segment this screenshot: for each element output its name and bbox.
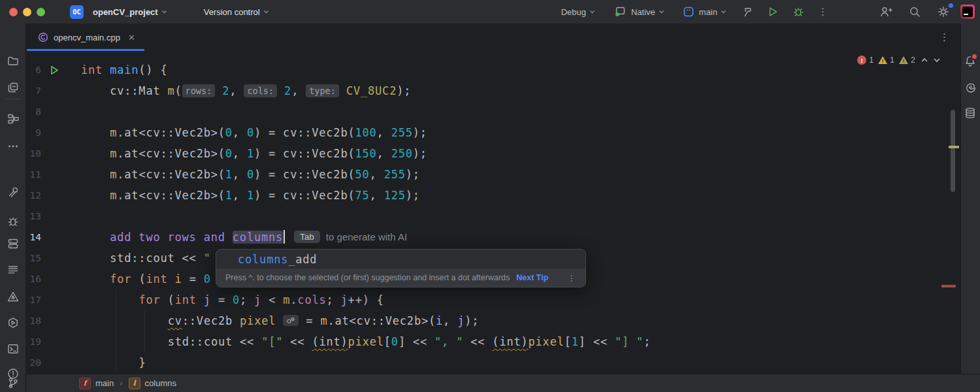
scrollbar-thumb[interactable] (951, 110, 955, 192)
code-line[interactable]: 18cv::Vec2b pixel = m.at<cv::Vec2b>(i, j… (27, 310, 960, 331)
code-text[interactable]: m.at<cv::Vec2b>(0, 1) = cv::Vec2b(150, 2… (71, 143, 427, 164)
strip-divider (5, 99, 21, 99)
close-tab-icon[interactable]: ✕ (128, 33, 135, 42)
zoom-window-button[interactable] (37, 8, 45, 16)
debug-mode-selector[interactable]: Debug (557, 5, 599, 20)
code-line[interactable]: 20} (27, 352, 960, 373)
debug-button[interactable] (788, 3, 809, 21)
code-line[interactable]: 17for (int j = 0; j < m.cols; j++) { (27, 289, 960, 310)
terminal-icon[interactable] (7, 342, 20, 355)
pliers-icon[interactable] (7, 186, 20, 199)
code-line[interactable]: 9m.at<cv::Vec2b>(0, 0) = cv::Vec2b(100, … (27, 122, 960, 143)
ide-app-icon[interactable] (960, 5, 975, 19)
code-text[interactable]: } (71, 352, 146, 373)
code-text[interactable]: int main() { (71, 59, 167, 80)
breadcrumb-label: main (95, 378, 114, 388)
target-selector[interactable]: Native (610, 3, 668, 21)
more-actions-button[interactable]: ⋮ (814, 3, 832, 20)
code-line[interactable]: 11m.at<cv::Vec2b>(1, 0) = cv::Vec2b(50, … (27, 164, 960, 185)
line-number[interactable]: 20 (27, 357, 41, 368)
line-number[interactable]: 19 (27, 336, 41, 347)
code-text[interactable]: std::cout << "[" << (int)pixel[0] << ", … (71, 331, 651, 352)
notifications-bell-icon[interactable] (964, 54, 977, 67)
code-line[interactable]: 19std::cout << "[" << (int)pixel[0] << "… (27, 331, 960, 352)
code-text[interactable]: add two rows and columnsTabto generate w… (71, 227, 407, 248)
more-vertical-icon: ⋮ (818, 6, 828, 18)
services-icon[interactable] (7, 316, 20, 329)
popup-more-icon[interactable]: ⋮ (568, 273, 577, 283)
tab-options-icon[interactable]: ⋮ (939, 31, 950, 43)
line-number[interactable]: 10 (27, 148, 41, 159)
scrollbar-warning-mark[interactable] (949, 146, 959, 148)
run-line-icon[interactable] (41, 65, 71, 75)
search-everywhere-button[interactable] (904, 3, 925, 21)
more-horizontal-icon[interactable] (7, 140, 20, 153)
database-icon[interactable] (964, 106, 977, 120)
line-number[interactable]: 11 (27, 169, 41, 180)
code-text[interactable]: cv::Vec2b pixel = m.at<cv::Vec2b>(i, j); (71, 310, 479, 331)
structure-icon[interactable] (7, 112, 20, 125)
inspections-icon[interactable] (7, 290, 20, 303)
line-number[interactable]: 15 (27, 253, 41, 263)
settings-button[interactable] (933, 3, 954, 21)
code-line[interactable]: 7cv::Mat m(rows: 2, cols: 2, type: CV_8U… (27, 80, 960, 101)
code-text[interactable]: m.at<cv::Vec2b>(1, 0) = cv::Vec2b(50, 25… (71, 164, 420, 185)
minimize-window-button[interactable] (23, 8, 31, 16)
project-folder-icon[interactable] (7, 54, 20, 67)
previous-highlight-icon[interactable] (921, 58, 928, 62)
code-text[interactable]: cv::Mat m(rows: 2, cols: 2, type: CV_8UC… (71, 80, 411, 101)
tab-opencv-main-cpp[interactable]: opencv_main.cpp ✕ (27, 24, 144, 51)
code-editor[interactable]: 6int main() {7cv::Mat m(rows: 2, cols: 2… (27, 51, 960, 374)
title-bar: OC openCV_project Version control Debug … (0, 0, 980, 24)
ai-assistant-icon[interactable] (964, 80, 977, 93)
code-text[interactable]: m.at<cv::Vec2b>(1, 1) = cv::Vec2b(75, 12… (71, 185, 420, 206)
line-number[interactable]: 8 (27, 106, 41, 117)
vcs-label: Version control (204, 7, 260, 17)
breadcrumb-function[interactable]: f main (79, 378, 114, 389)
todo-icon[interactable] (7, 263, 20, 276)
code-line[interactable]: 14add two rows and columnsTabto generate… (27, 227, 960, 248)
code-text[interactable]: m.at<cv::Vec2b>(0, 0) = cv::Vec2b(100, 2… (71, 122, 427, 143)
copy-squares-icon[interactable] (7, 81, 20, 94)
run-button[interactable] (763, 3, 783, 20)
build-button[interactable] (737, 3, 758, 21)
next-tip-link[interactable]: Next Tip (516, 273, 548, 282)
code-text[interactable]: for (int i = 0 (71, 269, 211, 289)
inspections-widget[interactable]: ! 1 ! 1 ! 2 (853, 54, 944, 66)
line-number[interactable]: 18 (27, 316, 41, 326)
code-line[interactable]: 8 (27, 101, 960, 122)
scrollbar-error-mark[interactable] (941, 285, 956, 287)
line-number[interactable]: 7 (27, 86, 41, 96)
run-configuration-selector[interactable]: main (679, 3, 730, 20)
version-control-menu[interactable]: Version control (195, 5, 273, 20)
suggestion-rest-text: _add (288, 253, 317, 266)
code-with-me-button[interactable] (875, 3, 896, 21)
code-text[interactable]: std::cout << " (71, 248, 211, 269)
close-window-button[interactable] (9, 8, 18, 16)
chevron-down-icon (161, 10, 167, 14)
line-number[interactable]: 17 (27, 295, 41, 305)
git-icon[interactable] (7, 376, 20, 389)
debug-tool-icon[interactable] (7, 215, 20, 228)
code-line[interactable]: 13 (27, 206, 960, 227)
editor-tab-bar: opencv_main.cpp ✕ ⋮ (27, 24, 960, 51)
line-number[interactable]: 6 (27, 65, 41, 75)
completion-suggestion[interactable]: columns_add (216, 250, 585, 269)
text-caret (284, 230, 285, 244)
line-number[interactable]: 12 (27, 190, 41, 201)
chevron-down-icon (721, 10, 727, 14)
breadcrumb-variable[interactable]: l columns (129, 378, 176, 389)
cpp-file-icon (38, 32, 48, 42)
line-number[interactable]: 13 (27, 211, 41, 221)
code-text[interactable]: for (int j = 0; j < m.cols; j++) { (71, 289, 384, 310)
code-line[interactable]: 12m.at<cv::Vec2b>(1, 1) = cv::Vec2b(75, … (27, 185, 960, 206)
code-line[interactable]: 10m.at<cv::Vec2b>(0, 1) = cv::Vec2b(150,… (27, 143, 960, 164)
line-number[interactable]: 16 (27, 274, 41, 284)
line-number[interactable]: 14 (27, 232, 41, 242)
code-line[interactable]: 6int main() { (27, 59, 960, 80)
servers-icon[interactable] (7, 237, 20, 250)
project-menu[interactable]: openCV_project (84, 5, 171, 20)
breadcrumb-separator: › (120, 378, 122, 388)
next-highlight-icon[interactable] (934, 58, 940, 62)
line-number[interactable]: 9 (27, 127, 41, 138)
